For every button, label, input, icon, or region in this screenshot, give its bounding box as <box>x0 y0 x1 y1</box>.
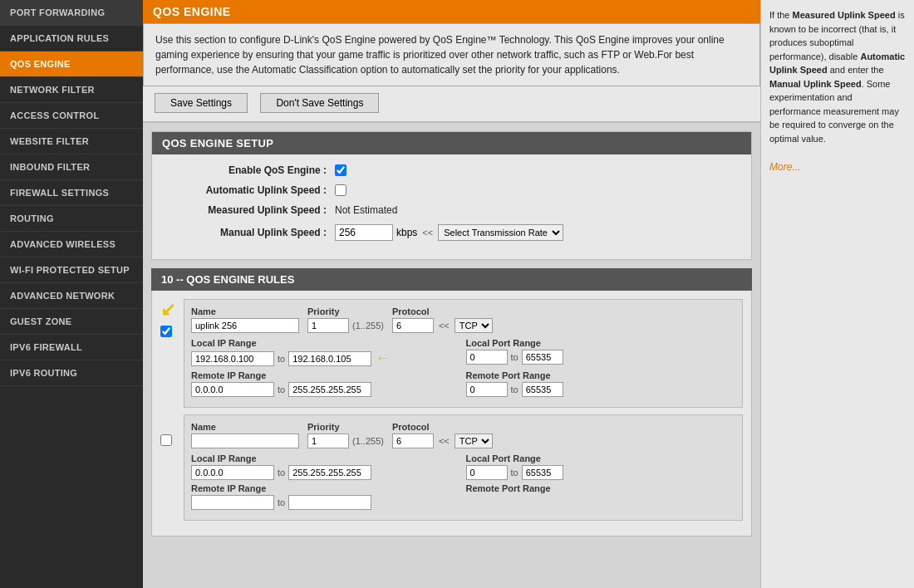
rule-1-name-label: Name <box>191 306 299 316</box>
rule-2-local-ip-to[interactable] <box>288 465 371 480</box>
rule-2-protocol-select[interactable]: TCP <box>455 434 493 448</box>
rule-2-remote-ip-to-sep: to <box>278 497 285 507</box>
rule-1-remote-port-to[interactable] <box>522 382 563 397</box>
rule-2-priority-group: Priority (1..255) <box>307 422 384 448</box>
rule-1-remote-port-range-row: to <box>466 382 736 397</box>
rule-2-lshift: << <box>439 436 450 446</box>
qos-setup-section: QOS ENGINE SETUP Enable QoS Engine : Aut… <box>151 131 752 260</box>
sidebar-item-ipv6-routing[interactable]: IPV6 ROUTING <box>0 360 143 386</box>
rule-2-priority-label: Priority <box>307 422 384 432</box>
rule-1-local-ip-to-label: to <box>278 354 285 364</box>
more-link[interactable]: More... <box>769 161 800 173</box>
sidebar-item-firewall-settings[interactable]: FIREWALL SETTINGS <box>0 180 143 206</box>
rule-1-remote-ip-range-row: to <box>191 382 461 397</box>
rule-1-protocol-select[interactable]: TCP <box>455 318 493 333</box>
rule-1-row: ↙ Name Priority <box>160 299 743 408</box>
rule-1-local-ip-range-row: to ← <box>191 350 461 367</box>
rule-2-remote-ip-range-row: to <box>191 495 461 510</box>
rule-1-local-ip-from[interactable] <box>191 351 274 366</box>
measured-uplink-value: Not Estimated <box>335 204 397 216</box>
rule-1-protocol-label: Protocol <box>392 306 493 316</box>
rule-2-remote-port-group: Remote Port Range <box>466 483 736 510</box>
rule-2-local-ip-range-row: to <box>191 465 461 480</box>
sidebar-item-network-filter[interactable]: NETWORK FILTER <box>0 77 143 103</box>
rule-1-remote-port-label: Remote Port Range <box>466 370 736 380</box>
sidebar-item-access-control[interactable]: ACCESS CONTROL <box>0 103 143 129</box>
rule-1-local-ip-to[interactable] <box>288 351 371 366</box>
rule-2-local-port-to[interactable] <box>522 465 563 480</box>
rule-1-remote-ip-label: Remote IP Range <box>191 370 461 380</box>
measured-uplink-speed-bold: Measured Uplink Speed <box>793 10 896 20</box>
rule-2-remote-port-label: Remote Port Range <box>466 483 736 493</box>
transmission-rate-select[interactable]: Select Transmission Rate <box>438 224 563 241</box>
measured-uplink-label: Measured Uplink Speed : <box>169 204 335 216</box>
rule-2-local-port-to-label: to <box>511 468 518 478</box>
manual-uplink-speed-bold: Manual Uplink Speed <box>769 79 862 89</box>
setup-section-body: Enable QoS Engine : Automatic Uplink Spe… <box>152 154 751 259</box>
rule-2-row: Name Priority (1..255) <box>160 414 743 521</box>
rule-2-remote-ip-group: Remote IP Range to <box>191 483 461 510</box>
sidebar-item-application-rules[interactable]: APPLICATION RULES <box>0 26 143 51</box>
measured-uplink-row: Measured Uplink Speed : Not Estimated <box>169 204 735 216</box>
auto-uplink-label: Automatic Uplink Speed : <box>169 184 335 196</box>
rule-2-priority-input[interactable] <box>307 434 349 448</box>
rule-1-protocol-input[interactable] <box>392 318 434 333</box>
rule-2-checkbox[interactable] <box>160 434 172 446</box>
rule-1-checkbox[interactable] <box>160 326 172 337</box>
rule-1-fields: Name Priority (1..255) <box>184 299 743 408</box>
rule-1-remote-ip-to-label: to <box>278 385 285 394</box>
sidebar-item-website-filter[interactable]: WEBSITE FILTER <box>0 129 143 154</box>
rule-1-local-port-range-row: to <box>466 350 736 365</box>
rule-1-bottom-row: Remote IP Range to Remote Port Range <box>191 370 735 397</box>
sidebar-item-wifi-protected-setup[interactable]: WI-FI PROTECTED SETUP <box>0 257 143 283</box>
rule-2-local-ip-from[interactable] <box>191 465 274 480</box>
rule-2-remote-ip-from[interactable] <box>191 495 274 510</box>
sidebar-item-advanced-network[interactable]: ADVANCED NETWORK <box>0 283 143 309</box>
auto-uplink-checkbox[interactable] <box>335 184 346 196</box>
auto-uplink-row: Automatic Uplink Speed : <box>169 184 735 196</box>
rule-1-local-port-from[interactable] <box>466 350 508 365</box>
sidebar-item-ipv6-firewall[interactable]: IPV6 FIREWALL <box>0 335 143 360</box>
rule-2-name-input[interactable] <box>191 434 299 448</box>
rule-2-fields: Name Priority (1..255) <box>184 414 743 521</box>
rule-2-local-ip-to-label: to <box>278 468 285 478</box>
rule-2-local-port-from[interactable] <box>466 465 508 480</box>
rule-2-protocol-input[interactable] <box>392 434 434 448</box>
rule-1-lshift: << <box>439 321 450 331</box>
arrow-icon-2: ← <box>375 350 390 367</box>
sidebar-item-guest-zone[interactable]: GUEST ZONE <box>0 309 143 335</box>
rule-2-local-port-group: Local Port Range to <box>466 453 736 480</box>
rule-1-protocol-row: << TCP <box>392 318 493 333</box>
setup-section-header: QOS ENGINE SETUP <box>152 132 751 154</box>
rule-1-remote-ip-group: Remote IP Range to <box>191 370 461 397</box>
sidebar-item-port-forwarding[interactable]: PORT FORWARDING <box>0 0 143 26</box>
sidebar-item-routing[interactable]: ROUTING <box>0 206 143 232</box>
rule-1-local-ip-label: Local IP Range <box>191 338 461 348</box>
sidebar-item-qos-engine[interactable]: QOS ENGINE <box>0 51 143 77</box>
rule-2-protocol-label: Protocol <box>392 422 493 432</box>
rule-1-remote-ip-from[interactable] <box>191 382 274 397</box>
rule-1-local-port-to[interactable] <box>522 350 563 365</box>
rule-2-remote-ip-to[interactable] <box>288 495 371 510</box>
rule-1-remote-port-from[interactable] <box>466 382 508 397</box>
rule-1-priority-input[interactable] <box>307 318 349 333</box>
rule-1-local-port-to-label: to <box>511 352 518 362</box>
rule-1-local-ip-group: Local IP Range to ← <box>191 338 461 367</box>
save-settings-button[interactable]: Save Settings <box>155 93 248 113</box>
main-content: QOS ENGINE Use this section to configure… <box>143 0 760 588</box>
rule-1-name-input[interactable] <box>191 318 299 333</box>
right-panel-text: If the Measured Uplink Speed is known to… <box>769 8 906 145</box>
dont-save-settings-button[interactable]: Don't Save Settings <box>260 93 379 113</box>
manual-uplink-input[interactable] <box>335 224 393 241</box>
rule-2-bottom-row: Remote IP Range to Remote Port Range <box>191 483 735 510</box>
sidebar-item-advanced-wireless[interactable]: ADVANCED WIRELESS <box>0 232 143 257</box>
rule-1-remote-ip-to[interactable] <box>288 382 371 397</box>
sidebar-item-inbound-filter[interactable]: INBOUND FILTER <box>0 154 143 180</box>
rule-2-protocol-row: << TCP <box>392 434 493 448</box>
enable-qos-label: Enable QoS Engine : <box>169 164 335 176</box>
enable-qos-checkbox[interactable] <box>335 164 346 176</box>
qos-rules-section: 10 -- QOS ENGINE RULES ↙ Name <box>151 268 752 537</box>
rule-1-protocol-group: Protocol << TCP <box>392 306 493 333</box>
rule-1-priority-group: Priority (1..255) <box>307 306 384 333</box>
rule-2-local-ip-group: Local IP Range to <box>191 453 461 480</box>
